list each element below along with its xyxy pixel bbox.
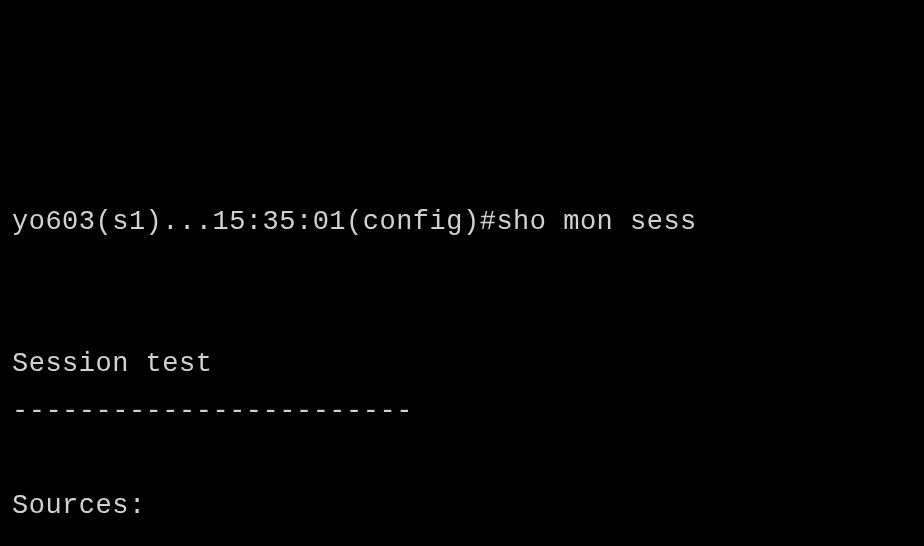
separator-line: ------------------------ — [12, 396, 413, 426]
terminal-command: sho mon sess — [496, 199, 696, 246]
session-header: Session test — [12, 349, 212, 379]
sources-label: Sources: — [12, 491, 146, 521]
terminal-window[interactable]: yo603(s1)...15:35:01(config)#sho mon ses… — [12, 199, 912, 546]
terminal-prompt: yo603(s1)...15:35:01(config)# — [12, 199, 496, 246]
